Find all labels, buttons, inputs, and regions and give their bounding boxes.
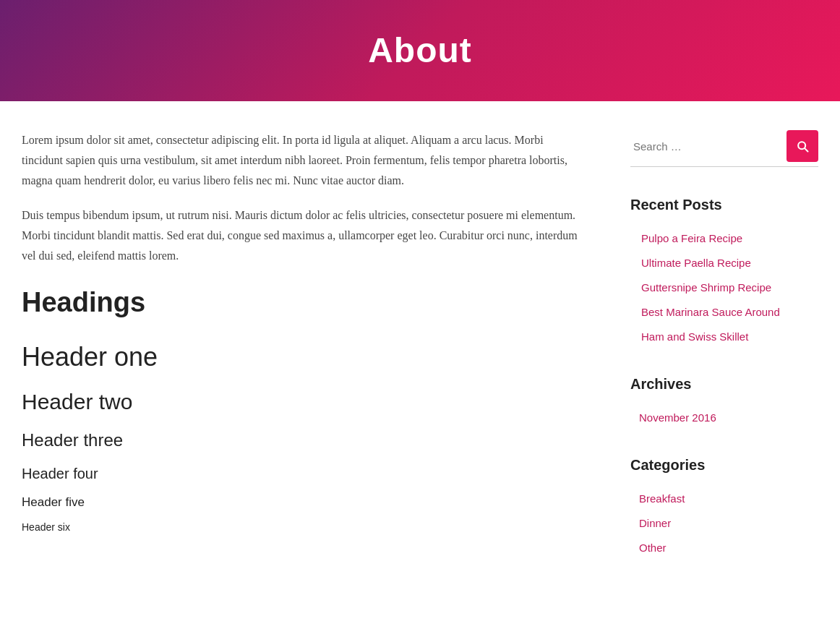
header-five: Header five xyxy=(22,492,587,512)
header-four: Header four xyxy=(22,462,587,485)
recent-posts-title: Recent Posts xyxy=(630,193,818,216)
archives-title: Archives xyxy=(630,372,818,395)
page-wrapper: Lorem ipsum dolor sit amet, consectetur … xyxy=(0,101,840,612)
category-link-0[interactable]: Breakfast xyxy=(630,487,818,511)
category-link-2[interactable]: Other xyxy=(630,536,818,560)
recent-posts-section: Recent Posts Pulpo a Feira Recipe Ultima… xyxy=(630,193,818,349)
header-two: Header two xyxy=(22,385,587,419)
header-six: Header six xyxy=(22,519,587,535)
archive-link-0[interactable]: November 2016 xyxy=(630,406,818,430)
recent-post-link-2[interactable]: Guttersnipe Shrimp Recipe xyxy=(630,275,818,300)
paragraph-1: Lorem ipsum dolor sit amet, consectetur … xyxy=(22,130,587,191)
page-title: About xyxy=(368,23,472,79)
search-widget xyxy=(630,130,818,167)
headings-section-label: Headings xyxy=(22,281,587,325)
categories-title: Categories xyxy=(630,453,818,476)
main-content: Lorem ipsum dolor sit amet, consectetur … xyxy=(22,130,587,583)
search-icon xyxy=(795,139,810,153)
categories-section: Categories Breakfast Dinner Other xyxy=(630,453,818,560)
sidebar: Recent Posts Pulpo a Feira Recipe Ultima… xyxy=(630,130,818,583)
hero-banner: About xyxy=(0,0,840,101)
paragraph-2: Duis tempus bibendum ipsum, ut rutrum ni… xyxy=(22,205,587,266)
search-input[interactable] xyxy=(630,136,787,157)
recent-post-link-1[interactable]: Ultimate Paella Recipe xyxy=(630,251,818,275)
search-button[interactable] xyxy=(787,130,818,162)
recent-post-link-3[interactable]: Best Marinara Sauce Around xyxy=(630,300,818,325)
recent-post-link-0[interactable]: Pulpo a Feira Recipe xyxy=(630,226,818,251)
category-link-1[interactable]: Dinner xyxy=(630,511,818,536)
recent-post-link-4[interactable]: Ham and Swiss Skillet xyxy=(630,325,818,349)
header-one: Header one xyxy=(22,336,587,378)
archives-section: Archives November 2016 xyxy=(630,372,818,430)
header-three: Header three xyxy=(22,427,587,454)
